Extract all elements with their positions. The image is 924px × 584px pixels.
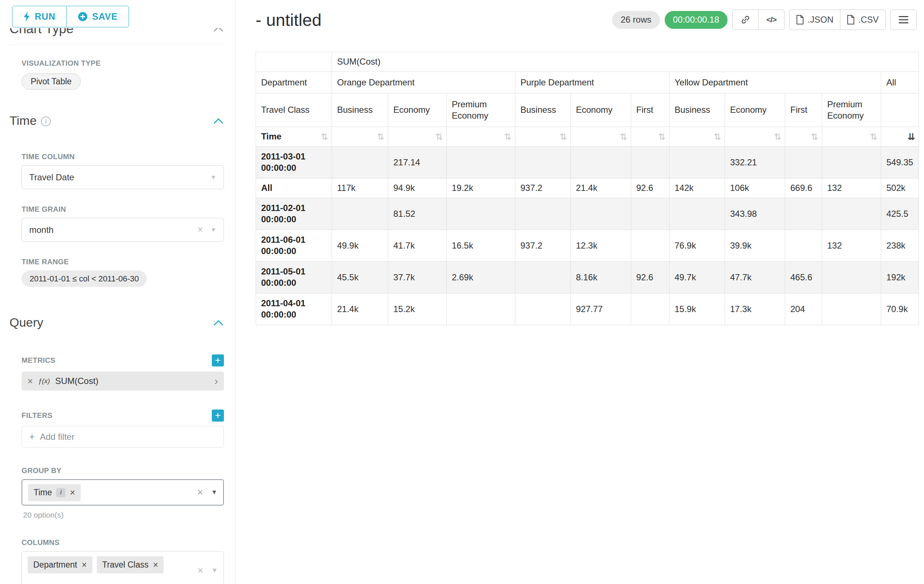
column-sort-cell[interactable]: ⇅ <box>785 127 822 147</box>
clear-all-icon[interactable]: × <box>198 565 203 576</box>
columns-select[interactable]: Department × Travel Class × × ▼ <box>21 551 224 584</box>
plus-icon: + <box>29 431 35 443</box>
sort-icon[interactable]: ⇅ <box>620 131 627 142</box>
department-group-header: Yellow Department <box>670 72 881 94</box>
value-cell <box>822 147 881 178</box>
more-options-button[interactable] <box>890 10 917 30</box>
sort-icon[interactable]: ⇅ <box>377 131 384 142</box>
viz-type-label: VISUALIZATION TYPE <box>21 59 101 67</box>
chevron-up-icon[interactable] <box>214 118 223 124</box>
value-cell: 238k <box>881 230 919 262</box>
value-cell <box>571 147 631 178</box>
save-button[interactable]: SAVE <box>66 6 129 27</box>
share-button-group: </> <box>732 10 784 30</box>
column-sort-cell[interactable]: ⇅ <box>571 127 631 147</box>
value-cell: 92.6 <box>631 178 670 198</box>
time-grain-label: TIME GRAIN <box>21 205 66 214</box>
value-cell: 41.7k <box>388 230 447 262</box>
value-cell: 15.9k <box>670 293 725 325</box>
metric-item[interactable]: × ƒ(x) SUM(Cost) › <box>21 372 224 391</box>
chevron-up-icon[interactable] <box>214 320 223 326</box>
column-sort-cell[interactable]: ⇅ <box>447 127 515 147</box>
travel-class-header: First <box>631 94 670 127</box>
sort-icon[interactable]: ⇅ <box>658 131 665 142</box>
value-cell <box>332 198 388 230</box>
department-group-header: Orange Department <box>332 72 515 94</box>
column-sort-cell[interactable]: ⇅ <box>725 127 785 147</box>
value-cell: 21.4k <box>332 293 388 325</box>
clear-icon[interactable]: × <box>197 224 203 235</box>
column-sort-cell[interactable]: ⇅ <box>822 127 881 147</box>
value-cell <box>515 293 571 325</box>
sort-icon[interactable]: ⇅ <box>774 131 781 142</box>
export-json-label: .JSON <box>807 15 833 25</box>
pivot-row: All117k94.9k19.2k937.221.4k92.6142k106k6… <box>256 178 919 198</box>
sort-icon[interactable]: ⇅ <box>714 131 721 142</box>
time-sort-cell[interactable]: Time⇅ <box>256 127 332 147</box>
export-json-button[interactable]: .JSON <box>789 10 840 30</box>
sort-icon[interactable]: ⇅ <box>436 131 443 142</box>
time-section-header[interactable]: Time i <box>10 114 223 128</box>
info-icon: i <box>41 117 51 126</box>
caret-down-icon: ▼ <box>211 489 217 496</box>
caret-down-icon: ▼ <box>211 567 218 574</box>
column-sort-cell[interactable]: ⇅ <box>515 127 571 147</box>
value-cell: 927.77 <box>571 293 631 325</box>
value-cell: 37.7k <box>388 262 447 293</box>
query-section-header[interactable]: Query <box>10 315 223 330</box>
row-header-cell: All <box>256 178 332 198</box>
chevron-up-icon[interactable] <box>214 28 223 32</box>
add-filter-plus-button[interactable]: + <box>212 410 224 421</box>
sort-icon[interactable]: ⇅ <box>321 131 328 142</box>
export-csv-label: .CSV <box>858 15 879 25</box>
column-sort-cell[interactable]: ⇅ <box>631 127 670 147</box>
remove-tag-icon[interactable]: × <box>70 487 75 498</box>
remove-metric-icon[interactable]: × <box>27 375 33 387</box>
column-sort-cell[interactable]: ⇅ <box>388 127 447 147</box>
chevron-right-icon[interactable]: › <box>214 375 218 387</box>
column-sort-cell[interactable]: ⇅ <box>332 127 388 147</box>
pivot-row: 2011-03-01 00:00:00217.14332.21549.35 <box>256 147 919 178</box>
export-csv-button[interactable]: .CSV <box>840 10 886 30</box>
hamburger-menu-icon <box>899 16 908 24</box>
filters-label: FILTERS <box>21 411 53 420</box>
travel-class-header: Premium Economy <box>447 94 515 127</box>
sort-descending-icon[interactable]: ⇊ <box>908 131 915 142</box>
sort-icon[interactable]: ⇅ <box>559 131 567 142</box>
copy-link-button[interactable] <box>732 10 759 30</box>
chart-type-title: Chart Type <box>10 28 73 36</box>
value-cell: 94.9k <box>388 178 447 198</box>
value-cell: 192k <box>881 262 919 293</box>
columns-tag: Travel Class × <box>97 556 164 573</box>
remove-tag-icon[interactable]: × <box>153 559 158 570</box>
travel-class-header: First <box>785 94 822 127</box>
value-cell: 106k <box>725 178 785 198</box>
viz-type-pill[interactable]: Pivot Table <box>21 73 81 90</box>
remove-tag-icon[interactable]: × <box>81 559 87 570</box>
sort-icon[interactable]: ⇅ <box>504 131 511 142</box>
travel-class-header: Business <box>670 94 725 127</box>
groupby-select[interactable]: Time i × × ▼ <box>21 479 224 505</box>
value-cell: 332.21 <box>725 147 785 178</box>
add-filter-button[interactable]: + Add filter <box>21 426 224 447</box>
clear-all-icon[interactable]: × <box>197 487 203 498</box>
value-cell <box>571 198 631 230</box>
all-column-header: All <box>881 72 919 94</box>
run-button[interactable]: RUN <box>12 6 67 27</box>
time-grain-select[interactable]: month × ▼ <box>21 218 224 242</box>
add-metric-button[interactable]: + <box>212 354 224 367</box>
embed-code-button[interactable]: </> <box>758 10 784 30</box>
value-cell: 132 <box>822 230 881 262</box>
pivot-row: 2011-06-01 00:00:0049.9k41.7k16.5k937.21… <box>256 230 919 262</box>
sort-icon[interactable]: ⇅ <box>811 131 818 142</box>
time-column-select[interactable]: Travel Date ▼ <box>21 165 224 189</box>
column-sort-cell[interactable]: ⇊ <box>881 127 919 147</box>
column-sort-cell[interactable]: ⇅ <box>670 127 725 147</box>
file-icon <box>796 15 804 25</box>
value-cell: 21.4k <box>571 178 631 198</box>
chart-type-section-header: Chart Type <box>10 28 223 39</box>
time-range-pill[interactable]: 2011-01-01 ≤ col < 2011-06-30 <box>21 270 147 287</box>
value-cell <box>822 262 881 293</box>
sort-icon[interactable]: ⇅ <box>870 131 877 142</box>
control-panel-sidebar: RUN SAVE Chart Type VISUALIZATION TYPE P… <box>0 0 236 584</box>
